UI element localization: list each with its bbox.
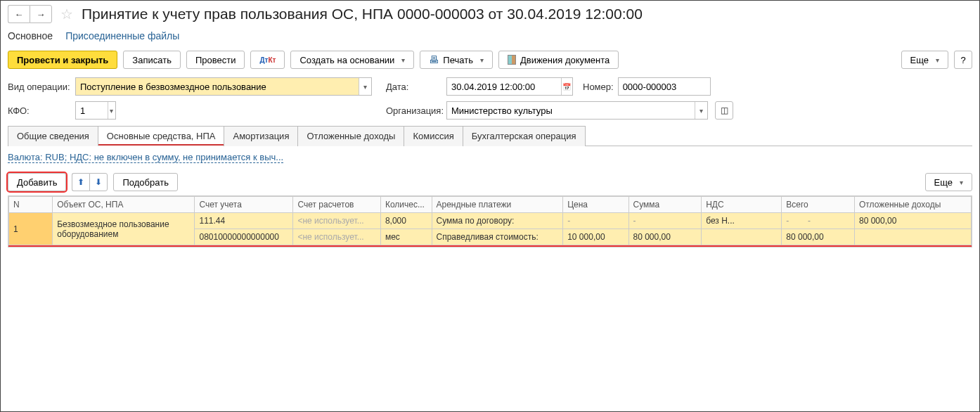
write-button[interactable]: Записать	[123, 51, 181, 69]
tab-amortization[interactable]: Амортизация	[224, 126, 298, 146]
cell-vat-2[interactable]	[702, 229, 782, 245]
cell-total-1[interactable]: - -	[782, 213, 855, 229]
page-title: Принятие к учету прав пользования ОС, НП…	[82, 6, 643, 22]
nav-back-button[interactable]: ←	[8, 5, 30, 23]
col-quantity[interactable]: Количес...	[380, 197, 432, 213]
cell-sum-2[interactable]: 80 000,00	[628, 229, 702, 245]
move-down-button[interactable]: ⬇	[89, 173, 108, 191]
col-sum[interactable]: Сумма	[628, 197, 702, 213]
kfo-input[interactable]	[76, 102, 108, 119]
print-button[interactable]: 🖶Печать	[420, 51, 493, 69]
op-type-dropdown-icon[interactable]: ▾	[359, 78, 371, 95]
cell-total-2[interactable]: 80 000,00	[782, 229, 855, 245]
cell-price-2[interactable]: 10 000,00	[563, 229, 628, 245]
calendar-icon[interactable]: 📅	[561, 78, 572, 95]
movements-icon	[508, 55, 516, 65]
document-movements-button[interactable]: Движения документа	[498, 51, 619, 69]
cell-rent-2[interactable]: Справедливая стоимость:	[432, 229, 563, 245]
col-vat[interactable]: НДС	[702, 197, 782, 213]
debit-credit-button[interactable]: ДтКт	[250, 51, 285, 69]
date-combo[interactable]: 📅	[446, 77, 573, 96]
cell-n[interactable]: 1	[9, 213, 53, 245]
col-account[interactable]: Счет учета	[195, 197, 293, 213]
help-button[interactable]: ?	[954, 51, 972, 69]
more-button[interactable]: Еще	[901, 51, 948, 69]
org-dropdown-icon[interactable]: ▾	[695, 102, 707, 119]
kfo-dropdown-icon[interactable]: ▾	[108, 102, 115, 119]
tab-assets[interactable]: Основные средства, НПА	[98, 126, 225, 146]
pick-button[interactable]: Подобрать	[113, 173, 177, 191]
op-type-label: Вид операции:	[8, 82, 71, 92]
cell-object[interactable]: Безвозмездное пользование оборудованием	[53, 213, 195, 245]
nav-forward-button[interactable]: →	[30, 5, 52, 23]
red-underline	[8, 245, 972, 247]
cell-price-1[interactable]: -	[563, 213, 628, 229]
number-input[interactable]	[619, 78, 710, 95]
create-based-on-button[interactable]: Создать на основании	[290, 51, 414, 69]
tab-accounting-op[interactable]: Бухгалтерская операция	[463, 126, 586, 146]
number-field[interactable]	[618, 77, 711, 96]
date-label: Дата:	[386, 82, 442, 92]
cell-unit[interactable]: мес	[380, 229, 432, 245]
cell-sum-1[interactable]: -	[628, 213, 702, 229]
col-n[interactable]: N	[9, 197, 53, 213]
tab-deferred-income[interactable]: Отложенные доходы	[297, 126, 404, 146]
move-up-button[interactable]: ⬆	[72, 173, 89, 191]
col-deferred[interactable]: Отложенные доходы	[854, 197, 971, 213]
cell-account-1[interactable]: 111.44	[195, 213, 293, 229]
org-combo[interactable]: ▾	[446, 101, 708, 120]
op-type-combo[interactable]: ▾	[75, 77, 372, 96]
favorite-star-icon[interactable]: ☆	[60, 6, 73, 22]
linktab-main[interactable]: Основное	[8, 30, 53, 42]
post-and-close-button[interactable]: Провести и закрыть	[8, 51, 117, 69]
op-type-input[interactable]	[76, 78, 359, 95]
col-rent-payments[interactable]: Арендные платежи	[432, 197, 563, 213]
linktab-files[interactable]: Присоединенные файлы	[65, 30, 179, 42]
tab-general[interactable]: Общие сведения	[8, 126, 98, 146]
cell-deferred-2[interactable]	[854, 229, 971, 245]
cell-calc-1[interactable]: <не использует...	[293, 213, 380, 229]
kfo-label: КФО:	[8, 105, 71, 116]
printer-icon: 🖶	[429, 54, 439, 65]
kfo-combo[interactable]: ▾	[75, 101, 116, 120]
table-more-button[interactable]: Еще	[925, 173, 972, 191]
table-row[interactable]: 1 Безвозмездное пользование оборудование…	[9, 213, 972, 229]
cell-account-2[interactable]: 08010000000000000	[195, 229, 293, 245]
org-open-button[interactable]: ◫	[715, 101, 733, 120]
col-price[interactable]: Цена	[563, 197, 628, 213]
tab-commission[interactable]: Комиссия	[404, 126, 463, 146]
col-object[interactable]: Объект ОС, НПА	[53, 197, 195, 213]
date-input[interactable]	[447, 78, 561, 95]
cell-calc-2[interactable]: <не использует...	[293, 229, 380, 245]
cell-qty[interactable]: 8,000	[380, 213, 432, 229]
col-total[interactable]: Всего	[782, 197, 855, 213]
org-label: Организация:	[386, 105, 442, 116]
col-calc-account[interactable]: Счет расчетов	[293, 197, 380, 213]
add-row-button[interactable]: Добавить	[8, 173, 66, 191]
cell-deferred[interactable]: 80 000,00	[854, 213, 971, 229]
currency-vat-link[interactable]: Валюта: RUB; НДС: не включен в сумму, не…	[8, 152, 283, 163]
cell-vat-1[interactable]: без Н...	[702, 213, 782, 229]
number-label: Номер:	[583, 82, 614, 92]
org-input[interactable]	[447, 102, 695, 119]
post-button[interactable]: Провести	[186, 51, 245, 69]
cell-rent-1[interactable]: Сумма по договору:	[432, 213, 563, 229]
assets-table[interactable]: N Объект ОС, НПА Счет учета Счет расчето…	[8, 196, 972, 245]
